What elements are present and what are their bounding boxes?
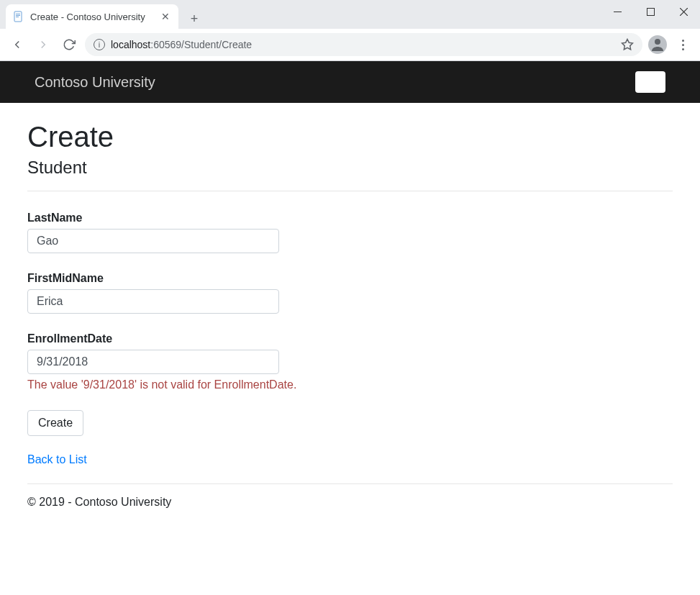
tabs-row: Create - Contoso University ✕ + (0, 0, 204, 29)
navbar-brand[interactable]: Contoso University (35, 74, 155, 91)
enrollmentdate-error: The value '9/31/2018' is not valid for E… (27, 378, 673, 391)
svg-rect-5 (647, 8, 654, 15)
url-path: /Student/Create (181, 39, 252, 50)
address-bar[interactable]: i localhost:60569/Student/Create (85, 33, 642, 56)
enrollmentdate-input[interactable] (27, 350, 279, 374)
footer-divider (27, 483, 673, 484)
create-button[interactable]: Create (27, 410, 83, 436)
tab-title: Create - Contoso University (30, 12, 154, 22)
footer-text: © 2019 - Contoso University (27, 496, 673, 509)
kebab-menu-icon (682, 40, 684, 50)
page-container: Create Student LastName FirstMidName Enr… (0, 103, 700, 522)
back-button[interactable] (7, 35, 27, 55)
url-host: localhost (111, 39, 150, 50)
back-to-list-link[interactable]: Back to List (27, 453, 87, 466)
divider (27, 191, 673, 191)
svg-rect-2 (16, 15, 20, 16)
url-text: localhost:60569/Student/Create (111, 39, 252, 50)
titlebar: Create - Contoso University ✕ + (0, 0, 700, 29)
page-subtitle: Student (27, 158, 673, 178)
form-group-lastname: LastName (27, 212, 673, 253)
browser-tab[interactable]: Create - Contoso University ✕ (6, 4, 178, 29)
bookmark-star-icon[interactable] (621, 38, 634, 51)
svg-point-9 (655, 39, 660, 45)
tab-close-icon[interactable]: ✕ (160, 11, 171, 22)
enrollmentdate-label: EnrollmentDate (27, 332, 673, 345)
url-port: :60569 (150, 39, 181, 50)
firstmidname-label: FirstMidName (27, 272, 673, 285)
lastname-label: LastName (27, 212, 673, 224)
new-tab-button[interactable]: + (184, 9, 204, 29)
svg-rect-1 (16, 14, 20, 14)
window-maximize-button[interactable] (634, 0, 667, 23)
page-favicon-icon (13, 11, 24, 22)
window-controls (601, 0, 700, 23)
browser-menu-button[interactable] (673, 35, 693, 55)
browser-toolbar: i localhost:60569/Student/Create (0, 29, 700, 60)
profile-avatar-icon[interactable] (648, 35, 667, 54)
lastname-input[interactable] (27, 229, 279, 253)
site-info-icon[interactable]: i (94, 39, 105, 50)
site-navbar: Contoso University (0, 61, 700, 103)
form-group-firstmidname: FirstMidName (27, 272, 673, 314)
firstmidname-input[interactable] (27, 289, 279, 314)
navbar-toggle-button[interactable] (635, 71, 665, 93)
svg-marker-8 (622, 40, 633, 50)
svg-rect-3 (16, 17, 19, 17)
browser-chrome: Create - Contoso University ✕ + (0, 0, 700, 61)
form-group-enrollmentdate: EnrollmentDate The value '9/31/2018' is … (27, 332, 673, 391)
window-close-button[interactable] (667, 0, 700, 23)
page-title: Create (27, 121, 673, 153)
window-minimize-button[interactable] (601, 0, 634, 23)
forward-button[interactable] (33, 35, 53, 55)
reload-button[interactable] (59, 35, 79, 55)
